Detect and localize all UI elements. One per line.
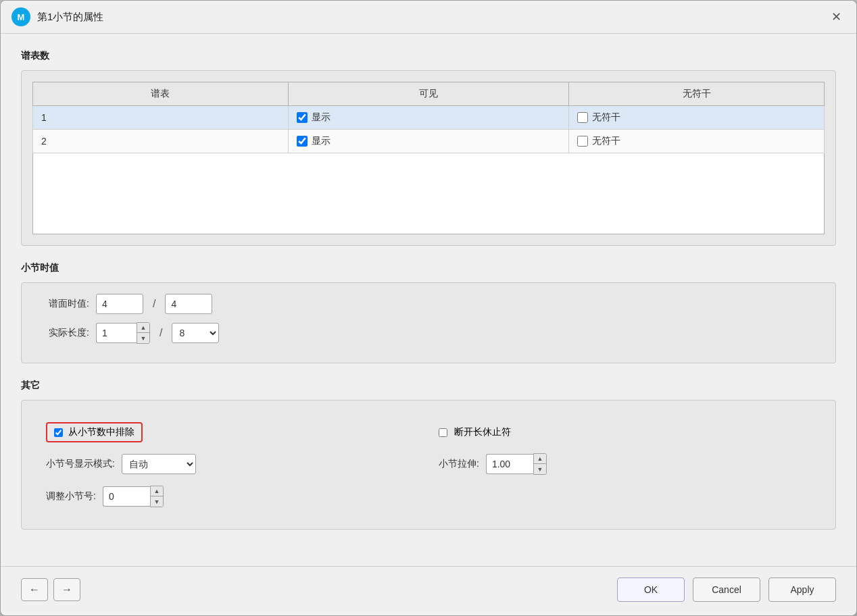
measure-stretch-input[interactable] (486, 454, 533, 474)
stave-count-section: 谱表数 谱表 可见 无符干 1显示无符干2显示无符干 (21, 50, 836, 246)
measure-stretch-label: 小节拉伸: (439, 458, 479, 470)
actual-length-spinner: ▲ ▼ (96, 322, 150, 344)
cancel-button[interactable]: Cancel (693, 578, 760, 602)
adjust-num-down-btn[interactable]: ▼ (151, 496, 163, 507)
other-empty-cell (439, 486, 811, 507)
measure-time-box: 谱面时值: / 实际长度: ▲ ▼ / (21, 282, 836, 363)
other-grid: 从小节数中排除 断开长休止符 小节号显示模式: 自动 始终显示 (32, 411, 825, 518)
col-header-visible: 可见 (288, 82, 569, 106)
adjust-num-up-btn[interactable]: ▲ (151, 486, 163, 496)
other-title: 其它 (21, 380, 836, 392)
dialog-title: 第1小节的属性 (37, 11, 103, 24)
score-time-separator: / (150, 298, 158, 310)
visible-cell: 显示 (288, 106, 569, 130)
nostem-checkbox[interactable] (577, 112, 588, 123)
nostem-cell: 无符干 (569, 106, 825, 130)
adjust-num-label: 调整小节号: (46, 490, 96, 503)
actual-length-up-btn[interactable]: ▲ (137, 323, 149, 333)
actual-length-down-btn[interactable]: ▼ (137, 333, 149, 343)
stretch-up-btn[interactable]: ▲ (534, 454, 546, 464)
next-button[interactable]: → (53, 578, 80, 601)
app-icon: M (11, 7, 30, 26)
close-button[interactable]: ✕ (827, 7, 846, 26)
action-buttons: OK Cancel Apply (617, 578, 836, 602)
adjust-num-spinner-btns: ▲ ▼ (150, 486, 164, 507)
actual-length-label: 实际长度: (35, 327, 89, 339)
measure-stretch-row: 小节拉伸: ▲ ▼ (439, 453, 811, 475)
dialog-footer: ← → OK Cancel Apply (1, 566, 856, 615)
measure-num-mode-row: 小节号显示模式: 自动 始终显示 始终隐藏 (46, 453, 418, 475)
adjust-num-input[interactable] (103, 486, 150, 507)
table-row[interactable]: 1显示无符干 (33, 106, 825, 130)
nostem-label: 无符干 (592, 111, 620, 124)
col-header-stave: 谱表 (33, 82, 289, 106)
measure-num-mode-label: 小节号显示模式: (46, 458, 115, 470)
actual-length-denominator[interactable]: 8 1 2 4 16 32 (172, 323, 219, 343)
dialog: M 第1小节的属性 ✕ 谱表数 谱表 可见 无符干 (0, 0, 857, 616)
visible-checkbox[interactable] (297, 112, 308, 123)
table-header-row: 谱表 可见 无符干 (33, 82, 825, 106)
visible-checkbox[interactable] (297, 136, 308, 147)
nostem-cell: 无符干 (569, 130, 825, 153)
exclude-row: 从小节数中排除 (46, 422, 418, 442)
measure-time-title: 小节时值 (21, 262, 836, 274)
table-row[interactable]: 2显示无符干 (33, 130, 825, 153)
break-rest-row: 断开长休止符 (439, 422, 811, 442)
prev-button[interactable]: ← (21, 578, 48, 601)
nostem-checkbox[interactable] (577, 136, 588, 147)
stave-num-cell: 1 (33, 106, 289, 130)
stretch-spinner-btns: ▲ ▼ (533, 453, 547, 475)
visible-label: 显示 (312, 135, 330, 147)
exclude-checkbox-wrap: 从小节数中排除 (46, 422, 143, 442)
stave-count-box: 谱表 可见 无符干 1显示无符干2显示无符干 (21, 70, 836, 246)
actual-length-row: 实际长度: ▲ ▼ / 8 1 2 4 16 (35, 322, 822, 344)
actual-length-separator: / (157, 327, 165, 339)
break-rest-label: 断开长休止符 (454, 426, 511, 438)
measure-num-mode-select[interactable]: 自动 始终显示 始终隐藏 (122, 454, 196, 474)
measure-time-section: 小节时值 谱面时值: / 实际长度: ▲ ▼ (21, 262, 836, 363)
score-time-label: 谱面时值: (35, 298, 89, 310)
adjust-num-row: 调整小节号: ▲ ▼ (46, 486, 418, 507)
score-time-row: 谱面时值: / (35, 294, 822, 314)
actual-length-spinner-btns: ▲ ▼ (137, 322, 150, 344)
actual-length-numerator[interactable] (96, 323, 137, 343)
dialog-body: 谱表数 谱表 可见 无符干 1显示无符干2显示无符干 (1, 34, 856, 566)
adjust-num-spinner-wrap: ▲ ▼ (103, 486, 164, 507)
stretch-down-btn[interactable]: ▼ (534, 464, 546, 474)
visible-label: 显示 (312, 111, 330, 124)
table-empty-area (32, 153, 825, 234)
stave-count-title: 谱表数 (21, 50, 836, 62)
ok-button[interactable]: OK (617, 578, 685, 602)
other-section: 其它 从小节数中排除 断开长休止符 (21, 380, 836, 530)
exclude-label: 从小节数中排除 (68, 426, 134, 438)
titlebar: M 第1小节的属性 ✕ (1, 1, 856, 34)
score-time-numerator[interactable] (96, 294, 143, 314)
titlebar-left: M 第1小节的属性 (11, 7, 103, 26)
nostem-label: 无符干 (592, 135, 620, 147)
stretch-spinner-wrap: ▲ ▼ (486, 453, 547, 475)
stave-table: 谱表 可见 无符干 1显示无符干2显示无符干 (32, 82, 825, 153)
col-header-nostem: 无符干 (569, 82, 825, 106)
other-box: 从小节数中排除 断开长休止符 小节号显示模式: 自动 始终显示 (21, 400, 836, 530)
score-time-denominator[interactable] (165, 294, 212, 314)
break-rest-checkbox[interactable] (439, 428, 447, 437)
nav-buttons: ← → (21, 578, 80, 601)
visible-cell: 显示 (288, 130, 569, 153)
exclude-checkbox[interactable] (54, 428, 63, 437)
apply-button[interactable]: Apply (768, 578, 836, 602)
stave-num-cell: 2 (33, 130, 289, 153)
